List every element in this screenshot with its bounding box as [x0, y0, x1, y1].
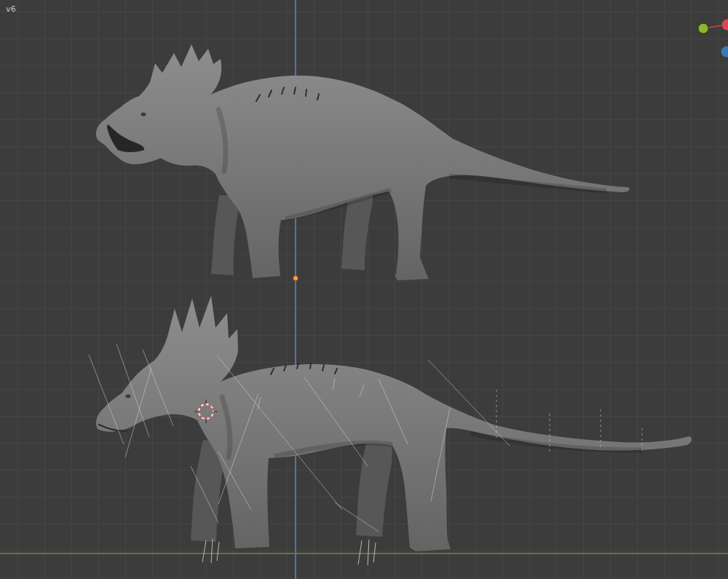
- model-top-dinosaur[interactable]: [96, 44, 630, 280]
- viewport-label: v6: [6, 4, 16, 14]
- model-top-far-front-leg: [211, 195, 238, 275]
- object-origin-dot: [293, 276, 298, 281]
- gizmo-y-axis-ball[interactable]: [698, 23, 708, 34]
- guide-feet-marks: [202, 539, 376, 565]
- navigation-gizmo[interactable]: [698, 20, 728, 58]
- model-bottom-eye: [126, 395, 131, 398]
- 3d-viewport[interactable]: v6: [0, 0, 728, 579]
- gizmo-z-axis-ball[interactable]: [721, 47, 728, 58]
- model-bottom-dinosaur[interactable]: [96, 296, 692, 551]
- model-top-eye: [141, 113, 146, 117]
- gizmo-x-axis-ball[interactable]: [722, 20, 728, 31]
- scene-canvas: [0, 0, 728, 579]
- model-bottom-body[interactable]: [96, 296, 692, 551]
- gizmo-x-axis-line: [708, 25, 721, 28]
- model-bottom-far-hind-leg: [356, 433, 392, 537]
